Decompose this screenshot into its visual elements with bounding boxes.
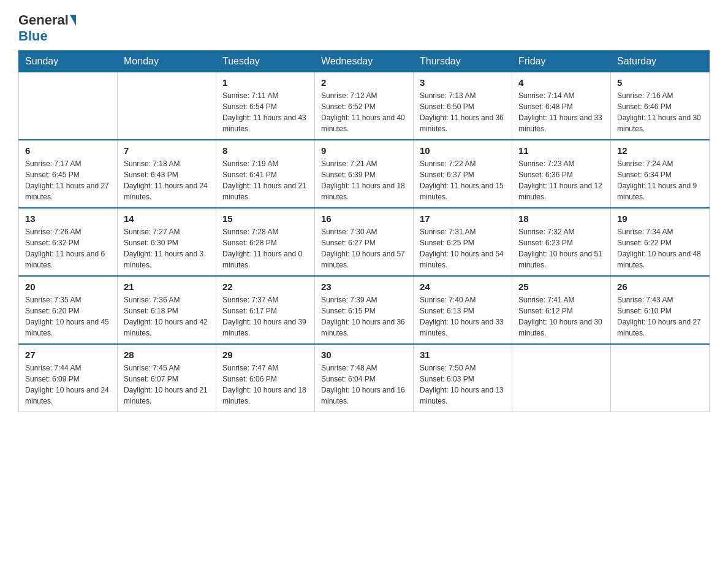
- calendar-cell: 24Sunrise: 7:40 AMSunset: 6:13 PMDayligh…: [414, 276, 512, 344]
- logo-general-text: General: [18, 12, 69, 28]
- calendar-cell: 30Sunrise: 7:48 AMSunset: 6:04 PMDayligh…: [315, 344, 414, 412]
- calendar-cell: 4Sunrise: 7:14 AMSunset: 6:48 PMDaylight…: [512, 72, 611, 140]
- calendar-cell: [118, 72, 216, 140]
- day-info: Sunrise: 7:47 AMSunset: 6:06 PMDaylight:…: [222, 362, 308, 407]
- calendar-cell: 7Sunrise: 7:18 AMSunset: 6:43 PMDaylight…: [118, 140, 216, 208]
- calendar-cell: 3Sunrise: 7:13 AMSunset: 6:50 PMDaylight…: [414, 72, 512, 140]
- day-info: Sunrise: 7:18 AMSunset: 6:43 PMDaylight:…: [124, 158, 210, 202]
- calendar-cell: 13Sunrise: 7:26 AMSunset: 6:32 PMDayligh…: [19, 208, 118, 276]
- day-info: Sunrise: 7:32 AMSunset: 6:23 PMDaylight:…: [518, 226, 604, 270]
- day-number: 3: [420, 77, 506, 88]
- day-number: 20: [25, 282, 111, 292]
- day-number: 11: [518, 145, 604, 156]
- day-number: 2: [321, 77, 407, 88]
- calendar-cell: 8Sunrise: 7:19 AMSunset: 6:41 PMDaylight…: [216, 140, 315, 208]
- logo: General Blue: [18, 12, 77, 44]
- calendar-cell: 28Sunrise: 7:45 AMSunset: 6:07 PMDayligh…: [118, 344, 216, 412]
- day-info: Sunrise: 7:48 AMSunset: 6:04 PMDaylight:…: [321, 362, 407, 407]
- calendar-cell: 12Sunrise: 7:24 AMSunset: 6:34 PMDayligh…: [611, 140, 710, 208]
- day-number: 27: [25, 350, 111, 360]
- calendar-cell: 31Sunrise: 7:50 AMSunset: 6:03 PMDayligh…: [414, 344, 512, 412]
- page-header: General Blue: [18, 12, 710, 44]
- day-info: Sunrise: 7:50 AMSunset: 6:03 PMDaylight:…: [420, 362, 506, 407]
- logo-triangle-icon: [70, 15, 76, 26]
- day-number: 15: [222, 213, 308, 224]
- calendar-day-header: Monday: [118, 51, 216, 72]
- logo-blue-text: Blue: [18, 28, 48, 44]
- day-number: 7: [124, 145, 210, 156]
- day-info: Sunrise: 7:27 AMSunset: 6:30 PMDaylight:…: [124, 226, 210, 270]
- day-info: Sunrise: 7:17 AMSunset: 6:45 PMDaylight:…: [25, 158, 111, 202]
- calendar-week-row: 6Sunrise: 7:17 AMSunset: 6:45 PMDaylight…: [19, 140, 710, 208]
- calendar-day-header: Friday: [512, 51, 611, 72]
- calendar-cell: 27Sunrise: 7:44 AMSunset: 6:09 PMDayligh…: [19, 344, 118, 412]
- calendar-week-row: 1Sunrise: 7:11 AMSunset: 6:54 PMDaylight…: [19, 72, 710, 140]
- calendar-cell: 2Sunrise: 7:12 AMSunset: 6:52 PMDaylight…: [315, 72, 414, 140]
- calendar-cell: 5Sunrise: 7:16 AMSunset: 6:46 PMDaylight…: [611, 72, 710, 140]
- calendar-cell: [512, 344, 611, 412]
- day-info: Sunrise: 7:44 AMSunset: 6:09 PMDaylight:…: [25, 362, 111, 407]
- day-number: 19: [617, 213, 703, 224]
- calendar-cell: 10Sunrise: 7:22 AMSunset: 6:37 PMDayligh…: [414, 140, 512, 208]
- calendar-day-header: Tuesday: [216, 51, 315, 72]
- day-info: Sunrise: 7:37 AMSunset: 6:17 PMDaylight:…: [222, 294, 308, 339]
- day-number: 30: [321, 350, 407, 360]
- calendar-cell: 20Sunrise: 7:35 AMSunset: 6:20 PMDayligh…: [19, 276, 118, 344]
- day-number: 22: [222, 282, 308, 292]
- day-info: Sunrise: 7:30 AMSunset: 6:27 PMDaylight:…: [321, 226, 407, 270]
- calendar-week-row: 20Sunrise: 7:35 AMSunset: 6:20 PMDayligh…: [19, 276, 710, 344]
- calendar-day-header: Wednesday: [315, 51, 414, 72]
- day-number: 18: [518, 213, 604, 224]
- day-number: 16: [321, 213, 407, 224]
- day-info: Sunrise: 7:19 AMSunset: 6:41 PMDaylight:…: [222, 158, 308, 202]
- calendar-week-row: 13Sunrise: 7:26 AMSunset: 6:32 PMDayligh…: [19, 208, 710, 276]
- calendar-cell: 1Sunrise: 7:11 AMSunset: 6:54 PMDaylight…: [216, 72, 315, 140]
- day-info: Sunrise: 7:28 AMSunset: 6:28 PMDaylight:…: [222, 226, 308, 270]
- day-info: Sunrise: 7:26 AMSunset: 6:32 PMDaylight:…: [25, 226, 111, 270]
- calendar-table: SundayMondayTuesdayWednesdayThursdayFrid…: [18, 50, 710, 412]
- day-info: Sunrise: 7:23 AMSunset: 6:36 PMDaylight:…: [518, 158, 604, 202]
- calendar-cell: 15Sunrise: 7:28 AMSunset: 6:28 PMDayligh…: [216, 208, 315, 276]
- calendar-cell: 18Sunrise: 7:32 AMSunset: 6:23 PMDayligh…: [512, 208, 611, 276]
- calendar-cell: 19Sunrise: 7:34 AMSunset: 6:22 PMDayligh…: [611, 208, 710, 276]
- calendar-day-header: Thursday: [414, 51, 512, 72]
- calendar-day-header: Saturday: [611, 51, 710, 72]
- calendar-cell: [611, 344, 710, 412]
- day-number: 28: [124, 350, 210, 360]
- day-info: Sunrise: 7:21 AMSunset: 6:39 PMDaylight:…: [321, 158, 407, 202]
- day-info: Sunrise: 7:12 AMSunset: 6:52 PMDaylight:…: [321, 90, 407, 134]
- calendar-header-row: SundayMondayTuesdayWednesdayThursdayFrid…: [19, 51, 710, 72]
- day-number: 29: [222, 350, 308, 360]
- day-number: 6: [25, 145, 111, 156]
- day-number: 17: [420, 213, 506, 224]
- day-info: Sunrise: 7:40 AMSunset: 6:13 PMDaylight:…: [420, 294, 506, 339]
- day-number: 14: [124, 213, 210, 224]
- calendar-cell: [19, 72, 118, 140]
- day-info: Sunrise: 7:41 AMSunset: 6:12 PMDaylight:…: [518, 294, 604, 339]
- calendar-cell: 29Sunrise: 7:47 AMSunset: 6:06 PMDayligh…: [216, 344, 315, 412]
- day-number: 9: [321, 145, 407, 156]
- day-number: 25: [518, 282, 604, 292]
- day-number: 1: [222, 77, 308, 88]
- day-info: Sunrise: 7:31 AMSunset: 6:25 PMDaylight:…: [420, 226, 506, 270]
- day-info: Sunrise: 7:11 AMSunset: 6:54 PMDaylight:…: [222, 90, 308, 134]
- day-number: 12: [617, 145, 703, 156]
- day-number: 21: [124, 282, 210, 292]
- day-number: 31: [420, 350, 506, 360]
- day-number: 23: [321, 282, 407, 292]
- day-number: 10: [420, 145, 506, 156]
- calendar-day-header: Sunday: [19, 51, 118, 72]
- day-number: 8: [222, 145, 308, 156]
- calendar-cell: 25Sunrise: 7:41 AMSunset: 6:12 PMDayligh…: [512, 276, 611, 344]
- day-info: Sunrise: 7:43 AMSunset: 6:10 PMDaylight:…: [617, 294, 703, 339]
- calendar-week-row: 27Sunrise: 7:44 AMSunset: 6:09 PMDayligh…: [19, 344, 710, 412]
- calendar-cell: 26Sunrise: 7:43 AMSunset: 6:10 PMDayligh…: [611, 276, 710, 344]
- calendar-cell: 16Sunrise: 7:30 AMSunset: 6:27 PMDayligh…: [315, 208, 414, 276]
- day-number: 26: [617, 282, 703, 292]
- calendar-cell: 22Sunrise: 7:37 AMSunset: 6:17 PMDayligh…: [216, 276, 315, 344]
- day-info: Sunrise: 7:36 AMSunset: 6:18 PMDaylight:…: [124, 294, 210, 339]
- day-info: Sunrise: 7:22 AMSunset: 6:37 PMDaylight:…: [420, 158, 506, 202]
- calendar-cell: 14Sunrise: 7:27 AMSunset: 6:30 PMDayligh…: [118, 208, 216, 276]
- day-info: Sunrise: 7:13 AMSunset: 6:50 PMDaylight:…: [420, 90, 506, 134]
- calendar-cell: 23Sunrise: 7:39 AMSunset: 6:15 PMDayligh…: [315, 276, 414, 344]
